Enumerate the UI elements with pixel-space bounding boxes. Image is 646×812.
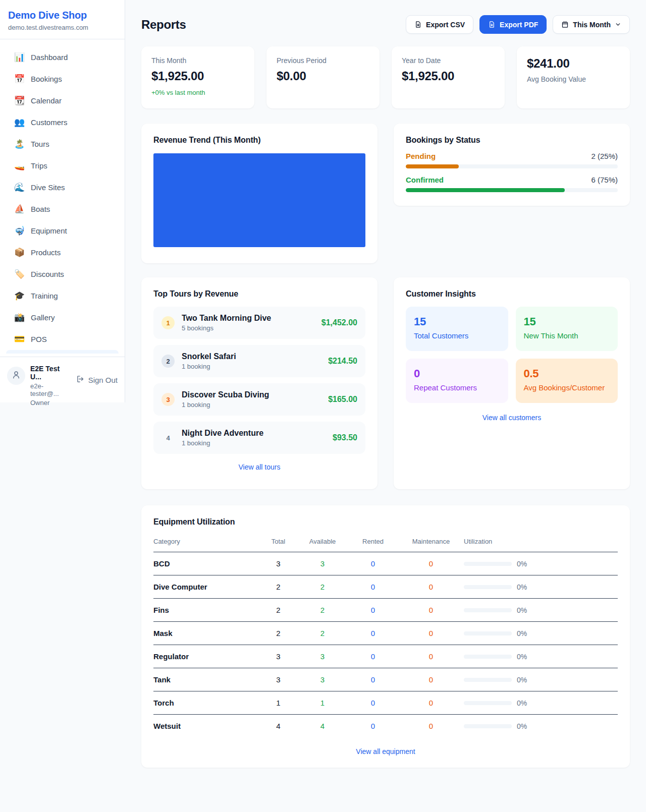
insight-value: 0.5: [524, 367, 610, 380]
tour-revenue: $93.50: [333, 433, 357, 442]
equipment-total: 3: [259, 645, 297, 668]
stat-card-previous-period: Previous Period$0.00: [266, 46, 380, 108]
equipment-rented: 0: [348, 599, 398, 622]
equipment-maintenance: 0: [398, 575, 464, 599]
sidebar-item-products[interactable]: 📦Products: [6, 242, 119, 263]
page-header: Reports Export CSV Export PDF This Month: [141, 15, 630, 34]
equipment-row-torch: Torch11000%: [153, 691, 618, 715]
equipment-maintenance: 0: [398, 645, 464, 668]
user-email: e2e-tester@...: [30, 382, 71, 397]
period-label: This Month: [573, 21, 611, 29]
utilization-bar-track: [464, 724, 512, 728]
tour-bookings: 1 booking: [182, 401, 321, 409]
insight-tiles: 15Total Customers15New This Month0Repeat…: [406, 307, 618, 403]
tour-name: Two Tank Morning Dive: [182, 314, 314, 323]
sidebar-item-tours[interactable]: 🏝️Tours: [6, 133, 119, 155]
equipment-available: 3: [297, 668, 348, 691]
tour-revenue: $1,452.00: [321, 318, 357, 327]
equipment-available: 2: [297, 575, 348, 599]
equipment-total: 2: [259, 622, 297, 645]
view-all-customers-link[interactable]: View all customers: [406, 414, 618, 422]
sidebar-item-label: Boats: [31, 205, 50, 213]
stat-value: $1,925.00: [402, 69, 495, 83]
stat-delta: +0% vs last month: [151, 89, 244, 96]
stat-value: $1,925.00: [151, 69, 244, 83]
column-header-maintenance: Maintenance: [398, 532, 464, 552]
equipment-maintenance: 0: [398, 715, 464, 738]
graduation-cap-icon: 🎓: [14, 291, 24, 301]
utilization-cell: 0%: [464, 560, 618, 568]
utilization-percent: 0%: [517, 722, 527, 730]
equipment-maintenance: 0: [398, 622, 464, 645]
wave-icon: 🌊: [14, 182, 24, 193]
export-csv-button[interactable]: Export CSV: [406, 15, 473, 34]
sidebar-item-trips[interactable]: 🚤Trips: [6, 155, 119, 177]
sidebar-item-calendar[interactable]: 📆Calendar: [6, 90, 119, 111]
utilization-bar-track: [464, 585, 512, 589]
equipment-table-header: CategoryTotalAvailableRentedMaintenanceU…: [153, 532, 618, 552]
utilization-percent: 0%: [517, 583, 527, 591]
sidebar-item-training[interactable]: 🎓Training: [6, 285, 119, 307]
sidebar-user-footer: E2E Test U... e2e-tester@... Owner Sign …: [0, 357, 125, 402]
equipment-total: 3: [259, 668, 297, 691]
sidebar-item-equipment[interactable]: 🤿Equipment: [6, 220, 119, 242]
export-pdf-button[interactable]: Export PDF: [479, 15, 547, 34]
status-value: 6 (75%): [591, 176, 618, 184]
status-progress-fill: [406, 188, 565, 192]
sidebar-item-boats[interactable]: ⛵Boats: [6, 198, 119, 220]
export-csv-label: Export CSV: [426, 21, 465, 29]
sidebar-item-pos[interactable]: 💳POS: [6, 328, 119, 350]
chevron-down-icon: [615, 21, 621, 28]
stats-row: This Month$1,925.00+0% vs last monthPrev…: [141, 46, 630, 108]
sidebar-item-customers[interactable]: 👥Customers: [6, 111, 119, 133]
equipment-maintenance: 0: [398, 668, 464, 691]
utilization-bar-track: [464, 562, 512, 566]
equipment-row-wetsuit: Wetsuit44000%: [153, 715, 618, 738]
column-header-rented: Rented: [348, 532, 398, 552]
status-label: Confirmed: [406, 176, 444, 184]
package-icon: 📦: [14, 247, 24, 258]
sidebar-item-dive-sites[interactable]: 🌊Dive Sites: [6, 177, 119, 198]
sidebar-item-discounts[interactable]: 🏷️Discounts: [6, 263, 119, 285]
revenue-trend-title: Revenue Trend (This Month): [153, 136, 365, 145]
user-name: E2E Test U...: [30, 365, 71, 381]
equipment-category: BCD: [153, 552, 259, 575]
tour-bookings: 5 bookings: [182, 324, 314, 332]
equipment-rented: 0: [348, 552, 398, 575]
equipment-category: Torch: [153, 691, 259, 715]
sidebar-item-bookings[interactable]: 📅Bookings: [6, 68, 119, 90]
utilization-cell: 0%: [464, 629, 618, 637]
brand-name: Demo Dive Shop: [8, 10, 117, 21]
rank-badge: 1: [162, 316, 175, 329]
equipment-total: 4: [259, 715, 297, 738]
status-progress-track: [406, 188, 618, 192]
sidebar-item-dashboard[interactable]: 📊Dashboard: [6, 46, 119, 68]
status-row-pending: Pending2 (25%): [406, 152, 618, 168]
insight-tile-new-this-month: 15New This Month: [516, 307, 618, 351]
view-all-equipment-link[interactable]: View all equipment: [153, 747, 618, 756]
nav-active-item-partial: [6, 350, 119, 354]
sidebar-item-label: Tours: [31, 140, 49, 148]
stat-label: Avg Booking Value: [527, 75, 620, 83]
insight-value: 0: [414, 367, 500, 380]
equipment-maintenance: 0: [398, 552, 464, 575]
bookings-by-status-title: Bookings by Status: [406, 136, 618, 145]
equipment-available: 2: [297, 599, 348, 622]
equipment-total: 2: [259, 575, 297, 599]
equipment-rented: 0: [348, 575, 398, 599]
sidebar-item-label: Products: [31, 248, 61, 257]
credit-card-icon: 💳: [14, 334, 24, 344]
sidebar-item-label: POS: [31, 335, 47, 343]
sign-out-button[interactable]: Sign Out: [76, 375, 118, 385]
status-label: Pending: [406, 152, 436, 160]
sidebar-item-label: Calendar: [31, 96, 62, 105]
period-dropdown[interactable]: This Month: [553, 15, 630, 34]
utilization-cell: 0%: [464, 583, 618, 591]
header-actions: Export CSV Export PDF This Month: [406, 15, 630, 34]
utilization-bar-track: [464, 678, 512, 682]
view-all-tours-link[interactable]: View all tours: [153, 463, 365, 471]
sidebar-item-gallery[interactable]: 📸Gallery: [6, 307, 119, 328]
stat-label: Year to Date: [402, 56, 495, 65]
insight-tile-repeat-customers: 0Repeat Customers: [406, 359, 508, 403]
stat-card-year-to-date: Year to Date$1,925.00: [392, 46, 505, 108]
